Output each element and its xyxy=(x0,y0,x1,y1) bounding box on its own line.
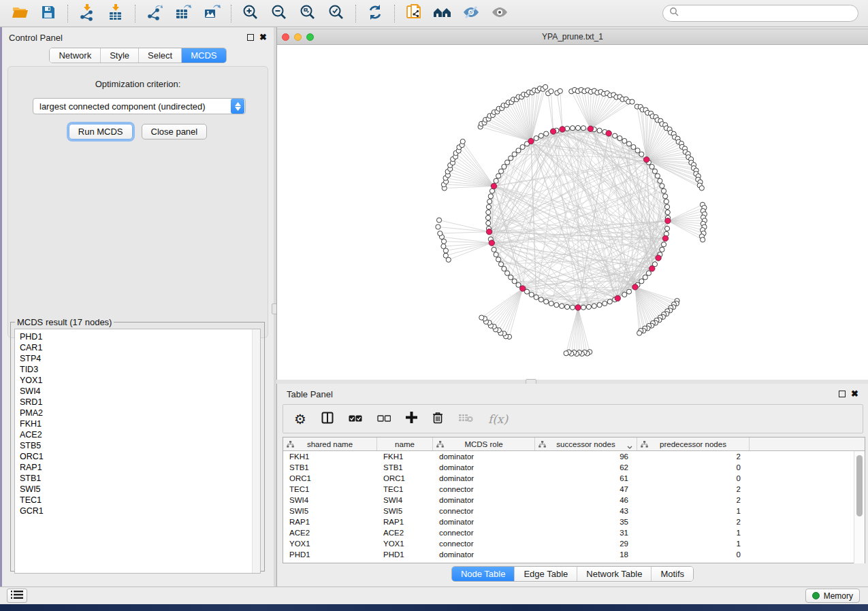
import-table-button[interactable] xyxy=(101,2,130,25)
table-cell: 0 xyxy=(637,462,750,473)
table-row[interactable]: TEC1TEC1connector472 xyxy=(283,484,865,495)
network-titlebar[interactable]: YPA_prune.txt_1 xyxy=(277,29,868,45)
table-toolbar: ⚙ f(x) xyxy=(283,404,863,433)
refresh-icon xyxy=(366,3,384,24)
table-cell: dominator xyxy=(433,495,535,506)
import-network-button[interactable] xyxy=(73,2,101,25)
mcds-result-item[interactable]: CAR1 xyxy=(20,342,260,353)
tab-edge-table[interactable]: Edge Table xyxy=(514,567,577,581)
deselect-all-button[interactable] xyxy=(377,413,391,425)
delete-table-button[interactable] xyxy=(458,413,473,425)
column-header-predecessor-nodes[interactable]: predecessor nodes xyxy=(637,437,750,450)
tab-style[interactable]: Style xyxy=(100,48,138,63)
mcds-result-item[interactable]: STP4 xyxy=(20,353,260,364)
float-panel-icon[interactable] xyxy=(247,34,254,41)
refresh-button[interactable] xyxy=(361,2,389,25)
criterion-value: largest connected component (undirected) xyxy=(33,101,231,112)
close-panel-icon[interactable]: ✖ xyxy=(259,34,267,41)
mcds-result-item[interactable]: STB5 xyxy=(20,440,260,451)
optimization-criterion-label: Optimization criterion: xyxy=(8,79,268,89)
add-column-button[interactable] xyxy=(406,412,417,426)
mcds-result-item[interactable]: SWI5 xyxy=(20,484,260,495)
function-builder-button[interactable]: f(x) xyxy=(488,412,508,426)
table-cell: ACE2 xyxy=(283,527,377,538)
mcds-result-item[interactable]: PMA2 xyxy=(20,408,260,418)
memory-button[interactable]: Memory xyxy=(805,589,860,603)
column-header-successor-nodes[interactable]: successor nodes xyxy=(535,437,637,450)
mcds-result-item[interactable]: GCR1 xyxy=(20,506,260,516)
mcds-result-item[interactable]: ACE2 xyxy=(20,429,260,440)
mcds-result-item[interactable]: RAP1 xyxy=(20,462,260,473)
mcds-result-item[interactable]: PHD1 xyxy=(20,331,260,342)
float-panel-icon[interactable] xyxy=(839,391,846,397)
table-row[interactable]: STB1STB1dominator620 xyxy=(283,462,865,473)
table-row[interactable]: SWI5SWI5connector431 xyxy=(283,506,865,516)
mcds-result-item[interactable]: SWI4 xyxy=(20,386,260,397)
search-input[interactable] xyxy=(679,9,852,18)
mcds-result-title: MCDS result (17 nodes) xyxy=(15,317,114,327)
mcds-result-item[interactable]: TEC1 xyxy=(20,495,260,506)
toolbar-separator xyxy=(231,5,231,22)
mcds-result-item[interactable]: ORC1 xyxy=(20,451,260,462)
close-panel-button[interactable]: Close panel xyxy=(142,124,208,139)
criterion-dropdown[interactable]: largest connected component (undirected) xyxy=(33,98,246,114)
mcds-result-item[interactable]: STB1 xyxy=(20,473,260,484)
zoom-fit-button[interactable] xyxy=(293,2,322,25)
table-row[interactable]: PHD1PHD1dominator180 xyxy=(283,549,865,560)
tab-network[interactable]: Network xyxy=(50,48,100,63)
table-scrollbar[interactable] xyxy=(854,451,865,563)
table-settings-button[interactable]: ⚙ xyxy=(294,412,306,426)
run-mcds-button[interactable]: Run MCDS xyxy=(69,124,133,139)
network-graph[interactable] xyxy=(277,45,868,380)
zoom-in-button[interactable] xyxy=(236,2,265,25)
desktop-strip xyxy=(0,604,868,611)
column-layout-button[interactable] xyxy=(321,412,334,427)
column-header-mcds-role[interactable]: MCDS role xyxy=(433,437,535,450)
tab-mcds[interactable]: MCDS xyxy=(181,48,225,63)
mcds-result-item[interactable]: SRD1 xyxy=(20,397,260,408)
column-header-name[interactable]: name xyxy=(377,437,433,450)
table-row[interactable]: SWI4SWI4dominator462 xyxy=(283,495,865,506)
mcds-result-item[interactable]: FKH1 xyxy=(20,418,260,429)
open-session-button[interactable] xyxy=(5,2,34,25)
tab-select[interactable]: Select xyxy=(138,48,181,63)
close-panel-icon[interactable]: ✖ xyxy=(851,391,858,397)
network-canvas[interactable] xyxy=(277,45,868,380)
select-all-button[interactable] xyxy=(349,413,362,425)
table-row[interactable]: ACE2ACE2connector311 xyxy=(283,527,865,538)
table-row[interactable]: RAP1RAP1dominator352 xyxy=(283,516,865,527)
zoom-selected-button[interactable] xyxy=(322,2,351,25)
mcds-panel: Optimization criterion: largest connecte… xyxy=(7,66,268,338)
table-row[interactable]: ORC1ORC1dominator610 xyxy=(283,473,865,484)
duplicate-network-button[interactable] xyxy=(400,2,428,25)
search-field[interactable] xyxy=(662,5,858,22)
table-cell: SWI5 xyxy=(377,506,433,516)
eye-slash-icon xyxy=(462,3,480,24)
table-cell-filler xyxy=(750,484,865,495)
tab-network-table[interactable]: Network Table xyxy=(577,567,651,581)
hide-selected-button[interactable] xyxy=(457,2,485,25)
delete-column-button[interactable] xyxy=(432,412,443,427)
mcds-result-list[interactable]: PHD1CAR1STP4TID3YOX1SWI4SRD1PMA2FKH1ACE2… xyxy=(14,329,261,574)
list-scrollbar[interactable] xyxy=(252,329,260,573)
table-cell: 61 xyxy=(535,473,637,484)
zoom-out-button[interactable] xyxy=(265,2,293,25)
save-session-button[interactable] xyxy=(34,2,63,25)
show-all-button[interactable] xyxy=(485,2,514,25)
table-row[interactable]: YOX1YOX1connector291 xyxy=(283,538,865,549)
export-network-button[interactable] xyxy=(140,2,169,25)
status-bar: Memory xyxy=(0,587,868,604)
task-history-button[interactable] xyxy=(7,589,27,603)
tab-node-table[interactable]: Node Table xyxy=(452,567,515,581)
column-header-shared-name[interactable]: shared name xyxy=(283,437,377,450)
scrollbar-thumb[interactable] xyxy=(856,455,863,516)
table-row[interactable]: FKH1FKH1dominator962 xyxy=(283,451,865,462)
chevron-down-icon[interactable] xyxy=(627,442,632,450)
export-image-button[interactable] xyxy=(197,2,226,25)
export-table-button[interactable] xyxy=(169,2,197,25)
mcds-result-item[interactable]: TID3 xyxy=(20,364,260,375)
neighborhood-button[interactable] xyxy=(428,2,457,25)
mcds-result-item[interactable]: YOX1 xyxy=(20,375,260,386)
tab-motifs[interactable]: Motifs xyxy=(651,567,693,581)
table-cell: dominator xyxy=(433,462,535,473)
